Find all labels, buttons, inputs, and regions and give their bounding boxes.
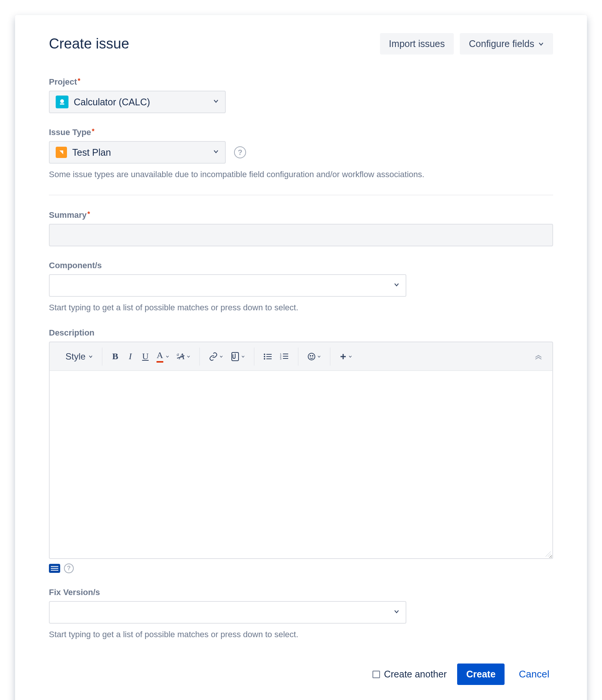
chevron-down-icon: [538, 41, 544, 47]
summary-input[interactable]: [49, 224, 553, 246]
underline-button[interactable]: U: [138, 349, 152, 364]
bullet-list-button[interactable]: [260, 349, 275, 364]
project-field: Project Calculator (CALC): [49, 77, 553, 113]
import-issues-label: Import issues: [389, 38, 445, 49]
project-label: Project: [49, 77, 553, 87]
svg-point-17: [312, 355, 313, 356]
svg-point-5: [264, 356, 265, 357]
create-label: Create: [466, 669, 496, 680]
emoji-button[interactable]: [304, 349, 324, 364]
resize-handle-icon[interactable]: [544, 550, 551, 557]
style-label: Style: [65, 351, 85, 362]
project-select[interactable]: Calculator (CALC): [49, 91, 226, 113]
svg-rect-10: [283, 354, 288, 354]
dialog-header: Create issue Import issues Configure fie…: [49, 33, 553, 55]
create-issue-dialog: Create issue Import issues Configure fie…: [15, 15, 587, 700]
svg-line-22: [550, 556, 551, 557]
chevron-down-icon: [394, 282, 400, 289]
issue-type-select[interactable]: Test Plan: [49, 141, 226, 164]
configure-fields-button[interactable]: Configure fields: [460, 33, 553, 55]
svg-point-0: [60, 99, 64, 103]
bold-button[interactable]: B: [108, 349, 122, 364]
issue-type-icon: [56, 147, 67, 158]
visual-mode-icon[interactable]: [49, 564, 60, 573]
svg-rect-1: [60, 103, 64, 105]
issue-type-value: Test Plan: [72, 147, 111, 158]
svg-rect-8: [266, 358, 272, 359]
chevron-down-icon: [213, 98, 219, 106]
svg-rect-14: [283, 358, 288, 359]
link-button[interactable]: [206, 349, 226, 364]
dialog-title: Create issue: [49, 36, 129, 52]
issue-type-label: Issue Type: [49, 128, 553, 137]
fix-versions-label: Fix Version/s: [49, 588, 553, 597]
svg-point-7: [264, 358, 265, 360]
project-avatar-icon: [56, 96, 68, 108]
import-issues-button[interactable]: Import issues: [380, 33, 454, 55]
summary-field: Summary: [49, 210, 553, 246]
svg-line-20: [546, 551, 551, 557]
editor-footer: ?: [49, 563, 553, 573]
svg-text:3: 3: [280, 357, 281, 360]
project-value: Calculator (CALC): [74, 97, 150, 108]
insert-more-button[interactable]: [336, 349, 355, 364]
svg-point-16: [310, 355, 311, 356]
description-field: Description Style B I U A: [49, 328, 553, 573]
issue-type-help: Some issue types are unavailable due to …: [49, 168, 553, 181]
configure-fields-label: Configure fields: [469, 38, 534, 49]
fix-versions-field: Fix Version/s Start typing to get a list…: [49, 588, 553, 641]
attachment-button[interactable]: [228, 349, 248, 364]
description-editor[interactable]: [49, 371, 553, 559]
create-another-option[interactable]: Create another: [372, 669, 447, 680]
summary-label: Summary: [49, 210, 553, 220]
cancel-link[interactable]: Cancel: [515, 663, 553, 685]
help-icon[interactable]: ?: [234, 146, 246, 158]
editor-toolbar: Style B I U A aA: [49, 342, 553, 371]
clear-formatting-button[interactable]: aA: [174, 349, 194, 364]
svg-point-3: [264, 354, 265, 355]
create-another-checkbox[interactable]: [372, 671, 380, 678]
svg-rect-4: [266, 354, 272, 355]
create-another-label: Create another: [384, 669, 447, 680]
header-actions: Import issues Configure fields: [380, 33, 553, 55]
dialog-footer: Create another Create Cancel: [49, 663, 553, 685]
numbered-list-button[interactable]: 123: [277, 349, 292, 364]
create-button[interactable]: Create: [457, 664, 505, 685]
svg-rect-12: [283, 356, 288, 357]
components-select[interactable]: [49, 274, 406, 297]
section-divider: [49, 195, 553, 195]
svg-point-15: [308, 353, 315, 360]
style-dropdown[interactable]: Style: [62, 349, 96, 364]
text-color-button[interactable]: A: [154, 349, 172, 364]
collapse-toolbar-button[interactable]: [531, 349, 546, 364]
fix-versions-select[interactable]: [49, 601, 406, 624]
fix-versions-help: Start typing to get a list of possible m…: [49, 628, 553, 641]
description-label: Description: [49, 328, 553, 338]
chevron-down-icon: [394, 609, 400, 616]
components-help: Start typing to get a list of possible m…: [49, 301, 553, 314]
components-label: Component/s: [49, 261, 553, 270]
components-field: Component/s Start typing to get a list o…: [49, 261, 553, 314]
italic-button[interactable]: I: [123, 349, 137, 364]
svg-rect-6: [266, 356, 272, 357]
chevron-down-icon: [213, 149, 219, 156]
issue-type-field: Issue Type Test Plan ? Some issue types …: [49, 128, 553, 181]
svg-line-21: [548, 554, 551, 557]
editor-help-icon[interactable]: ?: [64, 563, 74, 573]
